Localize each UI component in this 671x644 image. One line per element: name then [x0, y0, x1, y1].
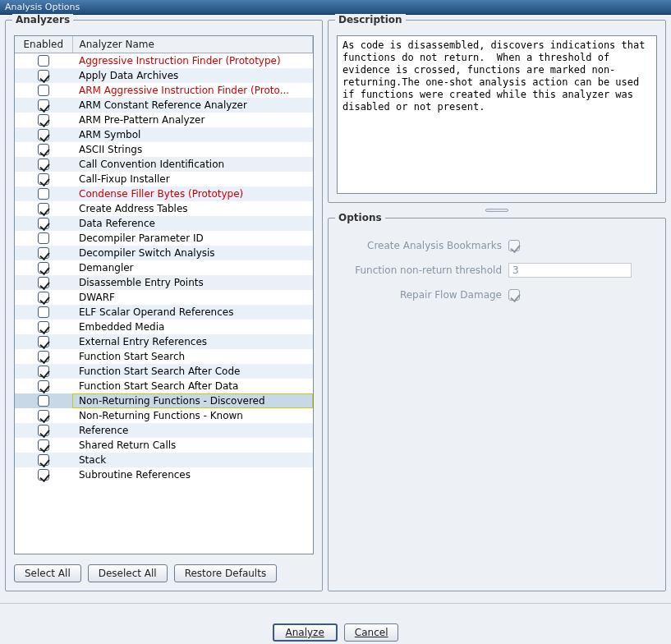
enabled-cell[interactable] [15, 98, 72, 113]
enabled-checkbox[interactable] [38, 380, 49, 392]
enabled-cell[interactable] [15, 364, 72, 379]
enabled-cell[interactable] [15, 260, 72, 275]
enabled-checkbox[interactable] [38, 410, 49, 421]
table-row[interactable]: Data Reference [15, 216, 313, 231]
enabled-checkbox[interactable] [38, 55, 49, 67]
enabled-checkbox[interactable] [38, 144, 49, 155]
table-row[interactable]: Function Start Search [15, 349, 313, 364]
enabled-checkbox[interactable] [38, 232, 49, 244]
enabled-cell[interactable] [15, 201, 72, 216]
table-row[interactable]: Non-Returning Functions - Discovered [15, 393, 313, 408]
analyzer-name-cell[interactable]: Reference [72, 423, 313, 438]
analyzer-name-cell[interactable]: Create Address Tables [72, 201, 313, 216]
enabled-checkbox[interactable] [38, 425, 49, 436]
analyzer-name-cell[interactable]: ARM Aggressive Instruction Finder (Proto… [72, 83, 313, 98]
table-row[interactable]: Reference [15, 423, 313, 438]
enabled-cell[interactable] [15, 68, 72, 83]
enabled-checkbox[interactable] [38, 469, 49, 481]
analyzer-name-cell[interactable]: ARM Symbol [72, 127, 313, 142]
analyzer-name-cell[interactable]: Non-Returning Functions - Known [72, 408, 313, 423]
enabled-cell[interactable] [15, 157, 72, 172]
analyzer-name-cell[interactable]: Call-Fixup Installer [72, 172, 313, 186]
table-row[interactable]: Embedded Media [15, 320, 313, 334]
analyzer-name-cell[interactable]: Shared Return Calls [72, 438, 313, 453]
analyzer-name-cell[interactable]: Function Start Search After Data [72, 379, 313, 393]
enabled-cell[interactable] [15, 320, 72, 334]
table-row[interactable]: ARM Pre-Pattern Analyzer [15, 113, 313, 127]
analyzer-name-cell[interactable]: ELF Scalar Operand References [72, 305, 313, 320]
table-row[interactable]: Stack [15, 453, 313, 467]
analyzer-name-cell[interactable]: Aggressive Instruction Finder (Prototype… [72, 53, 313, 68]
table-row[interactable]: DWARF [15, 290, 313, 305]
enabled-cell[interactable] [15, 246, 72, 260]
analyzer-name-cell[interactable]: DWARF [72, 290, 313, 305]
enabled-checkbox[interactable] [38, 351, 49, 362]
analyzer-name-cell[interactable]: Non-Returning Functions - Discovered [72, 393, 313, 408]
analyzer-name-cell[interactable]: Data Reference [72, 216, 313, 231]
table-row[interactable]: Condense Filler Bytes (Prototype) [15, 186, 313, 201]
enabled-checkbox[interactable] [38, 321, 49, 333]
analyze-button[interactable]: Analyze [273, 623, 338, 642]
enabled-checkbox[interactable] [38, 306, 49, 318]
nonreturn-threshold-input[interactable] [508, 263, 632, 278]
analyzer-name-cell[interactable]: Demangler [72, 260, 313, 275]
table-row[interactable]: Aggressive Instruction Finder (Prototype… [15, 53, 313, 68]
table-row[interactable]: External Entry References [15, 334, 313, 349]
enabled-checkbox[interactable] [38, 173, 49, 185]
enabled-cell[interactable] [15, 349, 72, 364]
table-row[interactable]: Function Start Search After Code [15, 364, 313, 379]
enabled-cell[interactable] [15, 216, 72, 231]
enabled-checkbox[interactable] [38, 439, 49, 451]
enabled-cell[interactable] [15, 305, 72, 320]
cancel-button[interactable]: Cancel [344, 623, 399, 642]
restore-defaults-button[interactable]: Restore Defaults [174, 564, 277, 582]
enabled-cell[interactable] [15, 172, 72, 186]
col-enabled[interactable]: Enabled [15, 36, 72, 53]
analyzer-name-cell[interactable]: ASCII Strings [72, 142, 313, 157]
table-row[interactable]: Disassemble Entry Points [15, 275, 313, 290]
analyzer-name-cell[interactable]: Apply Data Archives [72, 68, 313, 83]
enabled-checkbox[interactable] [38, 262, 49, 274]
enabled-cell[interactable] [15, 127, 72, 142]
enabled-checkbox[interactable] [38, 336, 49, 347]
enabled-checkbox[interactable] [38, 292, 49, 303]
enabled-checkbox[interactable] [38, 129, 49, 140]
enabled-checkbox[interactable] [38, 366, 49, 377]
repair-flow-checkbox[interactable] [508, 289, 520, 301]
table-row[interactable]: Demangler [15, 260, 313, 275]
table-row[interactable]: ELF Scalar Operand References [15, 305, 313, 320]
enabled-checkbox[interactable] [38, 188, 49, 200]
table-row[interactable]: Apply Data Archives [15, 68, 313, 83]
table-row[interactable]: ARM Symbol [15, 127, 313, 142]
col-name[interactable]: Analyzer Name [72, 36, 313, 53]
enabled-cell[interactable] [15, 408, 72, 423]
enabled-checkbox[interactable] [38, 70, 49, 81]
enabled-checkbox[interactable] [38, 114, 49, 126]
select-all-button[interactable]: Select All [14, 564, 81, 582]
enabled-checkbox[interactable] [38, 218, 49, 229]
table-row[interactable]: Non-Returning Functions - Known [15, 408, 313, 423]
enabled-checkbox[interactable] [38, 277, 49, 288]
enabled-checkbox[interactable] [38, 203, 49, 214]
analyzer-name-cell[interactable]: Function Start Search [72, 349, 313, 364]
enabled-cell[interactable] [15, 53, 72, 68]
enabled-checkbox[interactable] [38, 85, 49, 96]
enabled-checkbox[interactable] [38, 99, 49, 111]
enabled-checkbox[interactable] [38, 454, 49, 466]
analyzer-name-cell[interactable]: Decompiler Parameter ID [72, 231, 313, 246]
table-row[interactable]: Call-Fixup Installer [15, 172, 313, 186]
enabled-checkbox[interactable] [38, 159, 49, 170]
table-row[interactable]: Shared Return Calls [15, 438, 313, 453]
table-row[interactable]: Call Convention Identification [15, 157, 313, 172]
enabled-cell[interactable] [15, 393, 72, 408]
enabled-cell[interactable] [15, 438, 72, 453]
enabled-cell[interactable] [15, 186, 72, 201]
create-bookmarks-checkbox[interactable] [508, 240, 520, 251]
analyzer-name-cell[interactable]: Decompiler Switch Analysis [72, 246, 313, 260]
enabled-cell[interactable] [15, 83, 72, 98]
analyzer-name-cell[interactable]: ARM Pre-Pattern Analyzer [72, 113, 313, 127]
enabled-cell[interactable] [15, 334, 72, 349]
deselect-all-button[interactable]: Deselect All [88, 564, 168, 582]
enabled-cell[interactable] [15, 275, 72, 290]
table-row[interactable]: Function Start Search After Data [15, 379, 313, 393]
